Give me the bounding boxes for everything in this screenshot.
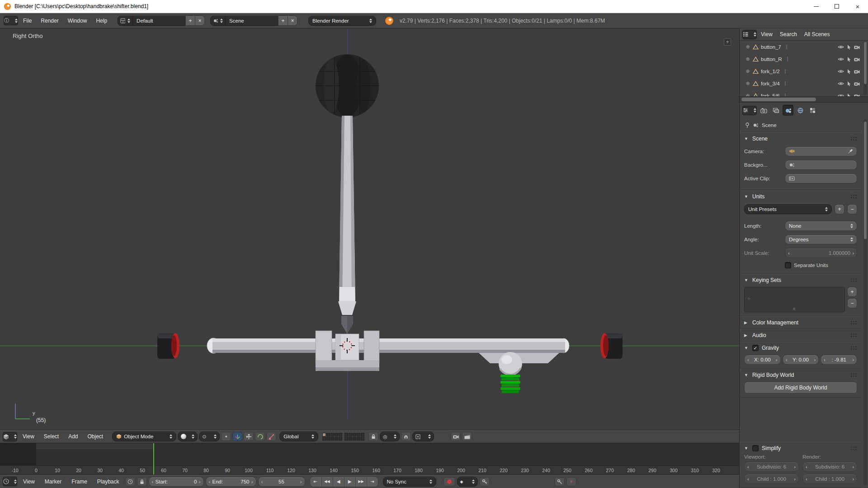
layer-toggle[interactable] xyxy=(339,433,342,436)
panel-simplify-header[interactable]: ▼ Simplify xyxy=(740,442,862,454)
layout-add-button[interactable]: + xyxy=(185,16,195,26)
viewport-3d[interactable]: Right Ortho + y (55) xyxy=(0,28,739,430)
keying-set-remove-button[interactable]: − xyxy=(847,298,857,308)
delete-keyframe-button[interactable]: × xyxy=(566,477,576,486)
tab-render[interactable] xyxy=(758,105,769,116)
unit-presets-dropdown[interactable]: Unit Presets xyxy=(744,204,832,214)
outliner-menu-view[interactable]: View xyxy=(758,28,776,40)
outliner-item[interactable]: ⊕ button_R | xyxy=(740,53,863,65)
layer-toggle[interactable] xyxy=(349,437,352,441)
minimize-button[interactable] xyxy=(806,0,826,13)
background-scene-field[interactable] xyxy=(785,160,857,170)
layer-toggle[interactable] xyxy=(357,433,360,436)
panel-color-management-header[interactable]: ▶ Color Management xyxy=(740,317,862,328)
viewport-canvas[interactable] xyxy=(0,28,739,430)
layer-toggle[interactable] xyxy=(335,433,338,436)
play-reverse-button[interactable]: ◀ xyxy=(333,477,344,487)
timeline-menu-frame[interactable]: Frame xyxy=(67,475,91,488)
render-toggle[interactable] xyxy=(854,69,860,74)
end-stop-right[interactable] xyxy=(600,333,623,359)
outliner-item[interactable]: ⊕ fork_5/6 | xyxy=(740,89,863,96)
outliner-item[interactable]: ⊕ button_7 | xyxy=(740,41,863,53)
layer-toggle[interactable] xyxy=(322,433,326,436)
shifter-knob[interactable] xyxy=(316,54,379,117)
sync-mode-dropdown[interactable]: No Sync xyxy=(383,477,436,487)
prev-keyframe-button[interactable]: ◀◀ xyxy=(321,477,333,487)
scene-add-button[interactable]: + xyxy=(278,16,288,26)
panel-units-header[interactable]: ▼ Units xyxy=(740,191,862,202)
scene-name-field[interactable]: Scene xyxy=(225,16,278,26)
expand-icon[interactable]: ⊕ xyxy=(745,93,750,96)
maximize-button[interactable] xyxy=(826,0,847,13)
editor-type-3dview-button[interactable] xyxy=(3,432,17,441)
translate-manipulator-button[interactable] xyxy=(244,432,254,441)
pin-icon[interactable] xyxy=(745,122,750,128)
layer-toggle[interactable] xyxy=(349,433,352,436)
layer-toggle[interactable] xyxy=(335,437,338,441)
expand-icon[interactable]: ⊕ xyxy=(745,56,750,61)
viewport-shading-dropdown[interactable] xyxy=(178,432,198,441)
gravity-z-field[interactable]: : -9.81 xyxy=(821,355,857,365)
shifter-stick[interactable] xyxy=(338,116,356,334)
simplify-checkbox[interactable] xyxy=(752,445,759,451)
layer-toggle[interactable] xyxy=(326,437,330,441)
proportional-edit-dropdown[interactable]: ◎ xyxy=(380,432,400,441)
mode-dropdown[interactable]: Object Mode xyxy=(112,432,176,441)
panel-scene-header[interactable]: ▼ Scene xyxy=(740,133,862,145)
menu-file[interactable]: File xyxy=(19,13,36,28)
keying-sets-list[interactable]: ○ ≡ xyxy=(744,287,845,312)
layer-toggle[interactable] xyxy=(344,437,348,441)
camera-field[interactable] xyxy=(785,146,857,156)
visibility-toggle[interactable] xyxy=(838,81,844,86)
panel-gravity-header[interactable]: ▼ Gravity xyxy=(740,342,862,354)
scale-manipulator-button[interactable] xyxy=(266,432,276,441)
layer-toggle[interactable] xyxy=(353,433,356,436)
layer-toggle[interactable] xyxy=(322,437,326,441)
next-keyframe-button[interactable]: ▶▶ xyxy=(355,477,367,487)
selectability-toggle[interactable] xyxy=(847,69,851,74)
separate-units-checkbox[interactable] xyxy=(785,262,791,268)
timeline-menu-view[interactable]: View xyxy=(19,475,39,488)
pivot-point-dropdown[interactable]: ⊙ xyxy=(199,432,220,441)
unit-preset-add-button[interactable]: + xyxy=(835,204,844,214)
layout-delete-button[interactable]: × xyxy=(195,16,205,26)
outliner-horizontal-scrollbar[interactable] xyxy=(740,96,868,102)
editor-type-properties-button[interactable] xyxy=(742,106,757,115)
tab-world[interactable] xyxy=(795,105,806,116)
jump-to-end-button[interactable]: ⇥ xyxy=(367,477,378,487)
timeline-menu-playback[interactable]: Playback xyxy=(93,475,123,488)
rotate-manipulator-button[interactable] xyxy=(255,432,265,441)
panel-grip-icon[interactable] xyxy=(851,321,857,324)
unit-preset-remove-button[interactable]: − xyxy=(847,204,857,214)
expand-icon[interactable]: ⊕ xyxy=(745,81,750,86)
length-dropdown[interactable]: None xyxy=(785,221,857,231)
layer-toggle[interactable] xyxy=(339,437,342,441)
panel-grip-icon[interactable] xyxy=(851,137,857,141)
panel-grip-icon[interactable] xyxy=(851,195,857,198)
expand-icon[interactable]: ⊕ xyxy=(745,69,750,74)
layer-toggle[interactable] xyxy=(330,437,334,441)
panel-grip-icon[interactable] xyxy=(851,278,857,282)
menu-render[interactable]: Render xyxy=(37,13,62,28)
current-frame-field[interactable]: 55 xyxy=(258,477,305,487)
transform-orientation-dropdown[interactable]: Global xyxy=(279,432,318,441)
layer-toggle[interactable] xyxy=(357,437,360,441)
menu-view[interactable]: View xyxy=(19,430,38,443)
layout-browse-button[interactable] xyxy=(118,16,133,26)
editor-type-timeline-button[interactable] xyxy=(3,477,17,486)
spring[interactable] xyxy=(500,375,520,393)
visibility-toggle[interactable] xyxy=(838,45,844,49)
list-resize-grip[interactable]: ≡ xyxy=(793,306,796,311)
panel-grip-icon[interactable] xyxy=(851,373,857,377)
opengl-render-button[interactable] xyxy=(451,432,461,441)
menu-add[interactable]: Add xyxy=(64,430,82,443)
add-rigid-body-world-button[interactable]: Add Rigid Body World xyxy=(744,382,857,394)
outliner-menu-search[interactable]: Search xyxy=(777,28,800,40)
render-toggle[interactable] xyxy=(854,45,860,49)
timeline-track[interactable]: -100102030405060708090100110120130140150… xyxy=(0,443,739,474)
render-engine-dropdown[interactable]: Blender Render xyxy=(308,16,376,26)
timeline-menu-marker[interactable]: Marker xyxy=(41,475,66,488)
simplify-viewport-subdivision-field[interactable]: Subdivisio: 6 xyxy=(744,462,799,472)
keying-set-dropdown[interactable]: ◆ xyxy=(457,477,478,487)
layer-toggle[interactable] xyxy=(330,433,334,436)
